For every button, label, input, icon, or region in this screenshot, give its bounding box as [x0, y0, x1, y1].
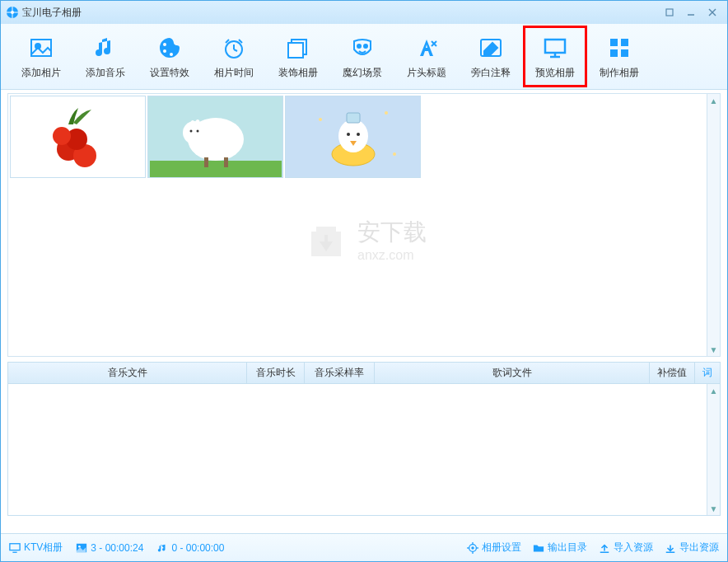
import-label: 导入资源: [614, 541, 653, 555]
svg-rect-41: [204, 157, 208, 167]
svg-line-15: [234, 49, 237, 51]
watermark-text: 安下载: [357, 219, 427, 245]
scroll-down-icon[interactable]: ▼: [707, 502, 720, 515]
thumbnail-panel: 安下载 anxz.com ▲ ▼: [7, 93, 721, 357]
album-type-button[interactable]: KTV相册: [9, 541, 63, 555]
svg-point-43: [319, 118, 322, 121]
svg-rect-19: [288, 43, 303, 58]
svg-rect-28: [610, 49, 618, 57]
music-table-header: 音乐文件 音乐时长 音乐采样率 歌词文件 补偿值 词: [7, 362, 721, 384]
svg-point-33: [53, 127, 71, 145]
col-music-file[interactable]: 音乐文件: [8, 363, 247, 383]
tool-label: 旁白注释: [471, 66, 511, 80]
toolbar: 添加相片 添加音乐 设置特效 相片时间 装饰相册 魔幻场景 片头标题 旁白注释: [1, 24, 727, 90]
watermark: 安下载 anxz.com: [301, 215, 427, 265]
col-samplerate[interactable]: 音乐采样率: [305, 363, 375, 383]
music-count-label: 0 - 00:00:00: [171, 542, 224, 554]
svg-point-12: [170, 53, 173, 56]
music-icon: [91, 33, 120, 63]
tool-label: 设置特效: [150, 66, 189, 80]
scroll-up-icon[interactable]: ▲: [707, 94, 720, 107]
mask-icon: [348, 33, 377, 63]
col-lyric[interactable]: 歌词文件: [375, 363, 650, 383]
effects-button[interactable]: 设置特效: [138, 28, 202, 85]
export-button[interactable]: 导出资源: [665, 541, 719, 555]
photo-count[interactable]: 3 - 00:00:24: [76, 542, 143, 554]
music-scrollbar[interactable]: ▲ ▼: [707, 384, 720, 515]
svg-rect-34: [150, 161, 282, 177]
tool-label: 添加音乐: [86, 66, 125, 80]
photo-time-button[interactable]: 相片时间: [202, 28, 266, 85]
svg-point-39: [190, 120, 195, 129]
scroll-down-icon[interactable]: ▼: [707, 343, 720, 356]
restore-button[interactable]: [660, 5, 679, 20]
album-type-label: KTV相册: [24, 541, 63, 555]
col-compensate[interactable]: 补偿值: [650, 363, 695, 383]
output-dir-button[interactable]: 输出目录: [533, 541, 587, 555]
titlebar: 宝川电子相册: [1, 1, 727, 24]
tool-label: 装饰相册: [278, 66, 318, 80]
watermark-sub: anxz.com: [357, 248, 427, 263]
scroll-up-icon[interactable]: ▲: [707, 384, 720, 397]
thumbnail-1[interactable]: [10, 96, 146, 178]
monitor-icon: [9, 542, 21, 554]
add-music-button[interactable]: 添加音乐: [73, 28, 138, 85]
svg-point-44: [385, 111, 388, 115]
thumbnail-2[interactable]: [147, 96, 283, 178]
col-word[interactable]: 词: [695, 363, 720, 383]
svg-rect-27: [621, 39, 628, 46]
clock-icon: [219, 33, 249, 63]
tool-label: 相片时间: [214, 66, 254, 80]
svg-rect-26: [610, 39, 618, 46]
decorate-button[interactable]: 装饰相册: [266, 28, 330, 85]
svg-point-47: [338, 119, 368, 152]
thumbnail-row: [8, 94, 720, 180]
svg-rect-4: [666, 9, 673, 16]
photo-count-label: 3 - 00:00:24: [91, 542, 143, 554]
tool-label: 添加相片: [21, 66, 61, 80]
preview-button[interactable]: 预览相册: [523, 26, 587, 87]
app-title: 宝川电子相册: [22, 6, 82, 20]
export-label: 导出资源: [679, 541, 719, 555]
minimize-button[interactable]: [681, 5, 701, 20]
output-dir-label: 输出目录: [548, 541, 587, 555]
thumbnail-3[interactable]: [285, 96, 421, 178]
palette-icon: [155, 33, 184, 63]
grid-icon: [604, 33, 634, 63]
svg-point-50: [357, 133, 360, 136]
album-settings-button[interactable]: 相册设置: [467, 541, 521, 555]
image-icon: [26, 33, 56, 63]
svg-rect-48: [347, 113, 360, 123]
svg-point-56: [471, 546, 474, 550]
import-button[interactable]: 导入资源: [599, 541, 653, 555]
decorate-icon: [283, 33, 313, 63]
magic-scene-button[interactable]: 魔幻场景: [330, 28, 394, 85]
statusbar: KTV相册 3 - 00:00:24 0 - 00:00:00 相册设置 输出目…: [1, 533, 727, 561]
title-button[interactable]: 片头标题: [394, 28, 459, 85]
svg-rect-29: [621, 49, 628, 57]
svg-rect-23: [545, 40, 565, 53]
add-photo-button[interactable]: 添加相片: [9, 28, 73, 85]
tool-label: 制作相册: [600, 66, 639, 80]
svg-point-10: [163, 43, 166, 46]
svg-point-37: [189, 130, 192, 133]
music-icon: [156, 542, 168, 554]
download-icon: [665, 542, 676, 554]
music-count[interactable]: 0 - 00:00:00: [156, 542, 224, 554]
svg-point-21: [364, 44, 367, 48]
svg-point-40: [195, 119, 200, 128]
tool-label: 片头标题: [407, 66, 446, 80]
svg-point-20: [357, 44, 361, 48]
note-icon: [476, 33, 506, 63]
close-button[interactable]: [702, 5, 722, 20]
col-duration[interactable]: 音乐时长: [247, 363, 305, 383]
svg-rect-51: [10, 543, 20, 550]
upload-icon: [599, 542, 610, 554]
gear-icon: [467, 542, 478, 554]
make-album-button[interactable]: 制作相册: [587, 28, 651, 85]
svg-point-38: [196, 130, 198, 133]
annotation-button[interactable]: 旁白注释: [459, 28, 523, 85]
tool-label: 预览相册: [535, 66, 575, 80]
music-panel: 音乐文件 音乐时长 音乐采样率 歌词文件 补偿值 词 ▲ ▼: [7, 362, 721, 516]
thumbnail-scrollbar[interactable]: ▲ ▼: [707, 94, 720, 356]
